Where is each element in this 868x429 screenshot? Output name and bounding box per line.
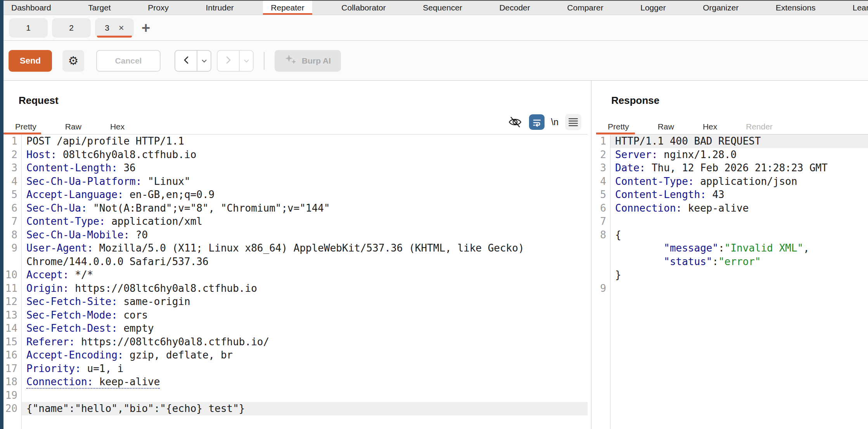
line-content: Server: nginx/1.28.0 (610, 148, 868, 162)
menu-item-extensions[interactable]: Extensions (768, 1, 823, 15)
back-history-dropdown[interactable] (197, 51, 211, 71)
line-content[interactable]: Sec-Ch-Ua-Mobile: ?0 (21, 228, 588, 242)
code-line[interactable]: 15Referer: https://08ltc6hy0al8.ctfhub.i… (3, 335, 588, 349)
menu-item-dashboard[interactable]: Dashboard (3, 1, 59, 15)
forward-button[interactable] (218, 51, 239, 71)
code-line: 5Content-Length: 43 (596, 188, 868, 202)
newline-toggle-icon[interactable]: \n (551, 117, 558, 127)
word-wrap-icon[interactable] (529, 114, 545, 130)
menu-item-target[interactable]: Target (80, 1, 118, 15)
code-line: "message":"Invalid XML", (596, 241, 868, 255)
code-line[interactable]: 13Sec-Fetch-Mode: cors (3, 308, 588, 322)
line-content[interactable]: Content-Type: application/xml (21, 215, 588, 228)
hide-nonprintable-icon[interactable] (508, 115, 522, 129)
panel-divider[interactable] (591, 81, 591, 429)
code-line[interactable]: 9User-Agent: Mozilla/5.0 (X11; Linux x86… (3, 241, 588, 255)
response-tab-render[interactable]: Render (746, 122, 773, 131)
menu-item-organizer[interactable]: Organizer (695, 1, 746, 15)
add-tab-button[interactable]: + (142, 21, 150, 35)
line-content[interactable]: Accept: */* (21, 268, 588, 282)
code-line[interactable]: 10Accept: */* (3, 268, 588, 282)
line-content[interactable]: Referer: https://08ltc6hy0al8.ctfhub.io/ (21, 335, 588, 349)
burp-ai-button[interactable]: Burp AI (275, 50, 341, 72)
back-button[interactable] (175, 51, 197, 71)
line-content[interactable]: Sec-Ch-Ua-Platform: "Linux" (21, 175, 588, 188)
code-line[interactable]: 6Sec-Ch-Ua: "Not(A:Brand";v="8", "Chromi… (3, 202, 588, 215)
request-editor[interactable]: 1POST /api/profile HTTP/1.12Host: 08ltc6… (3, 134, 588, 429)
menu-item-repeater[interactable]: Repeater (263, 1, 312, 15)
code-line[interactable]: 4Sec-Ch-Ua-Platform: "Linux" (3, 175, 588, 188)
menu-item-collaborator[interactable]: Collaborator (334, 1, 393, 15)
chevron-right-icon (225, 55, 232, 66)
window-left-strip (0, 0, 3, 429)
line-content[interactable]: Sec-Fetch-Mode: cors (21, 308, 588, 322)
code-line: 2Server: nginx/1.28.0 (596, 148, 868, 162)
line-content: Connection: keep-alive (610, 202, 868, 215)
line-content[interactable]: Content-Length: 36 (21, 161, 588, 175)
code-line[interactable]: 14Sec-Fetch-Dest: empty (3, 322, 588, 335)
menu-item-sequencer[interactable]: Sequencer (415, 1, 470, 15)
send-button[interactable]: Send (9, 50, 52, 72)
menu-item-logger[interactable]: Logger (633, 1, 673, 15)
code-line[interactable]: 12Sec-Fetch-Site: same-origin (3, 295, 588, 308)
line-number: 6 (596, 202, 610, 215)
line-content[interactable]: Sec-Fetch-Site: same-origin (21, 295, 588, 308)
code-line[interactable]: 20{"name":"hello","bio":"{echo} test"} (3, 402, 588, 415)
code-line[interactable]: 18Connection: keep-alive (3, 375, 588, 389)
request-tab-pretty[interactable]: Pretty (15, 122, 36, 131)
chevron-left-icon (183, 55, 190, 66)
code-line[interactable]: 3Content-Length: 36 (3, 161, 588, 175)
line-content: "message":"Invalid XML", (610, 241, 868, 255)
cancel-button[interactable]: Cancel (96, 50, 161, 72)
line-content[interactable]: Accept-Language: en-GB,en;q=0.9 (21, 188, 588, 202)
request-tab-hex[interactable]: Hex (110, 122, 124, 131)
menu-item-proxy[interactable]: Proxy (140, 1, 176, 15)
menu-item-intruder[interactable]: Intruder (198, 1, 241, 15)
line-content[interactable]: Chrome/144.0.0.0 Safari/537.36 (21, 255, 588, 269)
line-number: 18 (3, 375, 21, 389)
line-content[interactable]: Sec-Ch-Ua: "Not(A:Brand";v="8", "Chromiu… (21, 202, 588, 215)
response-tab-hex[interactable]: Hex (703, 122, 717, 131)
line-number: 4 (3, 175, 21, 188)
code-line[interactable]: 8Sec-Ch-Ua-Mobile: ?0 (3, 228, 588, 242)
code-line[interactable]: 16Accept-Encoding: gzip, deflate, br (3, 348, 588, 362)
menu-item-decoder[interactable]: Decoder (491, 1, 538, 15)
line-content[interactable]: Host: 08ltc6hy0al8.ctfhub.io (21, 148, 588, 162)
line-number: 3 (596, 161, 610, 175)
code-line[interactable]: 1POST /api/profile HTTP/1.1 (3, 134, 588, 148)
code-line[interactable]: 19 (3, 389, 588, 402)
code-line[interactable]: Chrome/144.0.0.0 Safari/537.36 (3, 255, 588, 269)
line-content[interactable]: Accept-Encoding: gzip, deflate, br (21, 348, 588, 362)
line-content: { (610, 228, 868, 242)
toolbar-separator (264, 52, 265, 70)
line-content[interactable]: User-Agent: Mozilla/5.0 (X11; Linux x86_… (21, 241, 588, 255)
code-line[interactable]: 7Content-Type: application/xml (3, 215, 588, 228)
editor-menu-icon[interactable] (565, 114, 581, 130)
response-tab-pretty[interactable]: Pretty (608, 122, 629, 131)
request-tab-raw[interactable]: Raw (65, 122, 81, 131)
line-content[interactable]: POST /api/profile HTTP/1.1 (21, 134, 588, 148)
close-icon[interactable]: × (119, 23, 124, 33)
line-content[interactable] (21, 389, 588, 402)
code-line[interactable]: 11Origin: https://08ltc6hy0al8.ctfhub.io (3, 282, 588, 295)
line-content[interactable]: Sec-Fetch-Dest: empty (21, 322, 588, 335)
code-line[interactable]: 5Accept-Language: en-GB,en;q=0.9 (3, 188, 588, 202)
line-number: 7 (3, 215, 21, 228)
repeater-tab-3[interactable]: 3× (95, 18, 134, 38)
response-tab-raw[interactable]: Raw (658, 122, 674, 131)
line-number: 17 (3, 362, 21, 376)
forward-button-group (217, 50, 254, 72)
menu-item-comparer[interactable]: Comparer (559, 1, 611, 15)
gear-icon[interactable]: ⚙ (62, 50, 84, 72)
menu-item-learn[interactable]: Learn (845, 1, 868, 15)
repeater-tab-1[interactable]: 1 (9, 18, 48, 38)
line-content[interactable]: Connection: keep-alive (21, 375, 588, 389)
repeater-tab-2[interactable]: 2 (52, 18, 91, 38)
code-line[interactable]: 2Host: 08ltc6hy0al8.ctfhub.io (3, 148, 588, 162)
line-number: 4 (596, 175, 610, 188)
line-content[interactable]: Origin: https://08ltc6hy0al8.ctfhub.io (21, 282, 588, 295)
forward-history-dropdown[interactable] (239, 51, 253, 71)
line-content[interactable]: Priority: u=1, i (21, 362, 588, 376)
line-content[interactable]: {"name":"hello","bio":"{echo} test"} (21, 402, 588, 415)
code-line[interactable]: 17Priority: u=1, i (3, 362, 588, 376)
